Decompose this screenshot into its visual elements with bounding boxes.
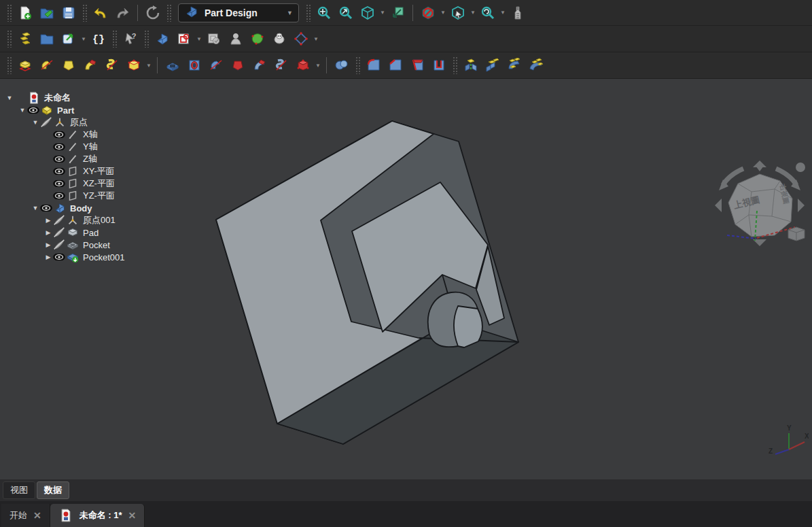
model-tree: ▼未命名▼Part▼原点X轴Y轴Z轴XY-平面XZ-平面YZ-平面▼Body▶原… (0, 92, 190, 263)
visibility-visible-eye-icon[interactable] (27, 103, 40, 118)
model-3d-part[interactable] (0, 0, 812, 527)
visibility-hidden-eye-icon[interactable] (39, 115, 53, 130)
close-icon[interactable]: ✕ (128, 510, 137, 521)
panel-tab-视图[interactable]: 视图 (3, 481, 35, 499)
mdi-tab-bar: 开始✕未命名 : 1*✕ (0, 501, 812, 527)
document-tab-label: 开始 (10, 509, 27, 522)
tree-expand-down-icon[interactable]: ▼ (31, 119, 39, 126)
tree-item-label[interactable]: Pocket001 (80, 252, 128, 262)
3d-viewport[interactable]: ▼未命名▼Part▼原点X轴Y轴Z轴XY-平面XZ-平面YZ-平面▼Body▶原… (0, 79, 812, 501)
tree-item-label[interactable]: Pocket (80, 240, 113, 250)
navcube-arrow-left[interactable] (715, 199, 722, 212)
property-panel-tabs: 视图数据 (0, 479, 812, 501)
tree-item-XY-平面[interactable]: XY-平面 (0, 165, 190, 177)
tree-item-label[interactable]: XY-平面 (80, 165, 118, 177)
tree-item-label[interactable]: 原点001 (80, 214, 119, 226)
axis-indicator: Y X Z (766, 424, 809, 459)
document-tab-未命名 : 1*[interactable]: 未命名 : 1*✕ (50, 504, 145, 527)
freecad-doc-icon (58, 508, 73, 523)
tree-item-Part[interactable]: ▼Part (0, 104, 190, 116)
navcube-mini-cube[interactable] (788, 227, 805, 241)
navcube-orbit-dot[interactable] (796, 163, 805, 172)
tree-expand-down-icon[interactable]: ▼ (18, 107, 27, 114)
tree-item-label[interactable]: XZ-平面 (80, 177, 118, 190)
tree-item-label[interactable]: X轴 (80, 129, 101, 141)
tree-item-label[interactable]: Part (54, 105, 77, 116)
tree-item-Y轴[interactable]: Y轴 (0, 141, 190, 153)
freecad-window: Part Design ▼▼▼▼▼ ▼{}?▼▼ ▼▼ ▼未命名▼Part▼原点… (0, 0, 812, 527)
plane-icon (66, 188, 80, 203)
tree-item-label[interactable]: Z轴 (80, 153, 101, 165)
tree-expand-down-icon[interactable]: ▼ (31, 205, 39, 211)
tree-item-X轴[interactable]: X轴 (0, 129, 190, 141)
navcube-arrow-right[interactable] (798, 199, 805, 212)
axis-label-x: X (805, 432, 809, 440)
tree-item-Body[interactable]: ▼Body (0, 202, 190, 214)
tree-collapse-right-icon[interactable]: ▶ (44, 229, 52, 236)
navcube-arrow-up2[interactable] (753, 160, 766, 167)
tree-collapse-right-icon[interactable]: ▶ (44, 254, 52, 260)
tree-item-label[interactable]: Pad (80, 228, 102, 238)
document-tab-label: 未命名 : 1* (80, 509, 122, 522)
navigation-cube[interactable]: 上視圖 右視圖 (713, 159, 809, 254)
navcube-body[interactable]: 上視圖 右視圖 (728, 174, 792, 237)
document-tab-开始[interactable]: 开始✕ (1, 504, 50, 527)
tree-item-Z轴[interactable]: Z轴 (0, 153, 190, 165)
tree-item-label[interactable]: Body (67, 203, 96, 214)
tree-item-原点[interactable]: ▼原点 (0, 116, 190, 129)
close-icon[interactable]: ✕ (33, 510, 41, 521)
visibility-visible-eye-icon[interactable] (39, 201, 53, 216)
tree-item-YZ-平面[interactable]: YZ-平面 (0, 190, 190, 202)
tree-item-原点001[interactable]: ▶原点001 (0, 214, 190, 226)
axis-label-y: Y (787, 424, 792, 432)
axis-label-z: Z (769, 447, 773, 455)
tree-item-Pad[interactable]: ▶Pad (0, 226, 190, 239)
visibility-visible-eye-icon[interactable] (52, 250, 66, 265)
tree-item-Pocket001[interactable]: ▶Pocket001 (0, 251, 190, 263)
pocket-tip-feature-icon (66, 250, 80, 265)
tree-collapse-right-icon[interactable]: ▶ (44, 241, 52, 248)
tree-item-label[interactable]: YZ-平面 (80, 190, 118, 202)
panel-tab-数据[interactable]: 数据 (37, 481, 69, 499)
tree-item-Pocket[interactable]: ▶Pocket (0, 239, 190, 251)
tree-item-label[interactable]: Y轴 (80, 141, 101, 153)
tree-collapse-right-icon[interactable]: ▶ (44, 217, 52, 224)
tree-item-XZ-平面[interactable]: XZ-平面 (0, 177, 190, 190)
model-cylinder-flat-face[interactable] (454, 306, 482, 347)
tree-expand-down-icon[interactable]: ▼ (5, 95, 14, 101)
